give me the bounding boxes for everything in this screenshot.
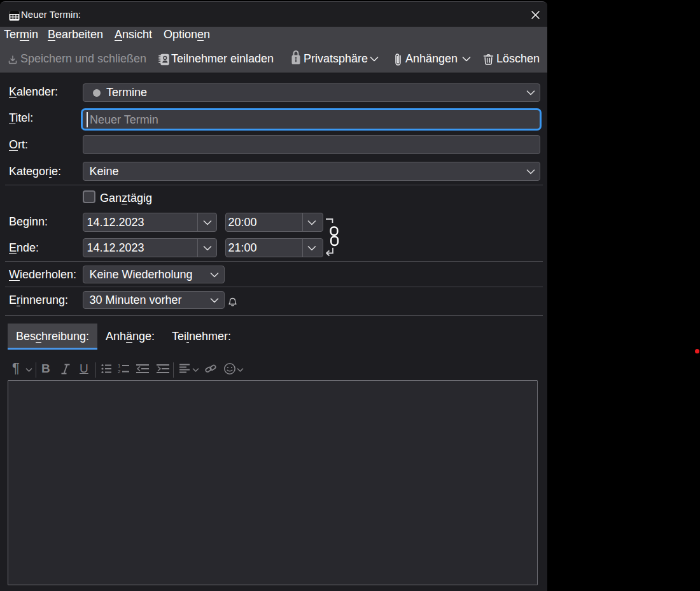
svg-text:1: 1 xyxy=(118,364,121,369)
svg-text:2: 2 xyxy=(118,369,121,374)
